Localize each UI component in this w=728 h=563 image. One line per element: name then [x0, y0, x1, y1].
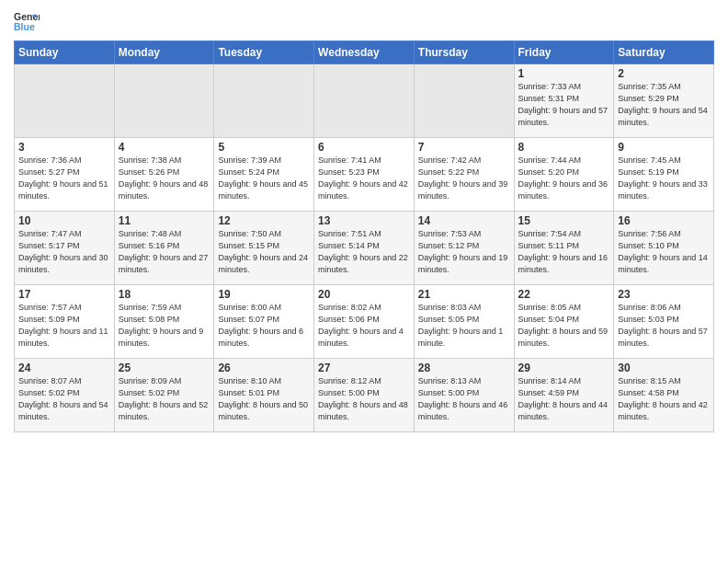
day-info: Sunrise: 7:56 AMSunset: 5:10 PMDaylight:… — [618, 228, 710, 276]
day-number: 9 — [618, 141, 710, 154]
day-cell: 10Sunrise: 7:47 AMSunset: 5:17 PMDayligh… — [15, 212, 115, 285]
day-cell: 29Sunrise: 8:14 AMSunset: 4:59 PMDayligh… — [514, 359, 614, 432]
day-number: 17 — [18, 288, 110, 301]
day-info: Sunrise: 7:33 AMSunset: 5:31 PMDaylight:… — [518, 81, 610, 129]
day-cell: 23Sunrise: 8:06 AMSunset: 5:03 PMDayligh… — [614, 285, 714, 359]
day-cell: 4Sunrise: 7:38 AMSunset: 5:26 PMDaylight… — [114, 138, 214, 212]
day-cell: 28Sunrise: 8:13 AMSunset: 5:00 PMDayligh… — [414, 359, 514, 432]
day-cell: 14Sunrise: 7:53 AMSunset: 5:12 PMDayligh… — [414, 212, 514, 285]
day-info: Sunrise: 7:39 AMSunset: 5:24 PMDaylight:… — [218, 155, 310, 202]
day-info: Sunrise: 7:35 AMSunset: 5:29 PMDaylight:… — [618, 81, 710, 129]
day-info: Sunrise: 7:41 AMSunset: 5:23 PMDaylight:… — [318, 155, 410, 202]
day-info: Sunrise: 8:06 AMSunset: 5:03 PMDaylight:… — [618, 302, 710, 350]
day-number: 26 — [218, 362, 310, 374]
day-number: 15 — [518, 214, 610, 227]
day-cell: 13Sunrise: 7:51 AMSunset: 5:14 PMDayligh… — [314, 212, 415, 285]
day-cell: 27Sunrise: 8:12 AMSunset: 5:00 PMDayligh… — [314, 359, 415, 432]
day-cell: 20Sunrise: 8:02 AMSunset: 5:06 PMDayligh… — [314, 285, 415, 359]
day-cell: 8Sunrise: 7:44 AMSunset: 5:20 PMDaylight… — [514, 138, 614, 212]
day-info: Sunrise: 7:44 AMSunset: 5:20 PMDaylight:… — [518, 155, 610, 202]
day-cell: 25Sunrise: 8:09 AMSunset: 5:02 PMDayligh… — [114, 359, 214, 432]
day-info: Sunrise: 8:09 AMSunset: 5:02 PMDaylight:… — [119, 375, 210, 423]
logo-icon: General Blue — [14, 9, 40, 35]
calendar: SundayMondayTuesdayWednesdayThursdayFrid… — [14, 40, 714, 432]
day-cell: 17Sunrise: 7:57 AMSunset: 5:09 PMDayligh… — [15, 285, 115, 359]
day-number: 3 — [18, 141, 110, 154]
day-number: 12 — [218, 214, 310, 227]
day-cell — [114, 64, 214, 138]
day-info: Sunrise: 7:53 AMSunset: 5:12 PMDaylight:… — [418, 228, 510, 276]
day-info: Sunrise: 8:05 AMSunset: 5:04 PMDaylight:… — [518, 302, 610, 350]
day-cell: 7Sunrise: 7:42 AMSunset: 5:22 PMDaylight… — [414, 138, 514, 212]
day-number: 6 — [318, 141, 410, 154]
day-info: Sunrise: 7:50 AMSunset: 5:15 PMDaylight:… — [218, 228, 310, 276]
day-number: 19 — [218, 288, 310, 301]
day-cell — [314, 64, 415, 138]
day-cell: 24Sunrise: 8:07 AMSunset: 5:02 PMDayligh… — [15, 359, 115, 432]
day-info: Sunrise: 7:51 AMSunset: 5:14 PMDaylight:… — [318, 228, 410, 276]
weekday-header-monday: Monday — [114, 41, 214, 64]
day-cell: 6Sunrise: 7:41 AMSunset: 5:23 PMDaylight… — [314, 138, 415, 212]
day-info: Sunrise: 8:02 AMSunset: 5:06 PMDaylight:… — [318, 302, 410, 350]
day-cell: 19Sunrise: 8:00 AMSunset: 5:07 PMDayligh… — [214, 285, 314, 359]
day-number: 28 — [418, 362, 510, 374]
week-row-5: 24Sunrise: 8:07 AMSunset: 5:02 PMDayligh… — [15, 359, 714, 432]
day-number: 29 — [518, 362, 610, 374]
day-cell — [15, 64, 115, 138]
day-number: 7 — [418, 141, 510, 154]
day-info: Sunrise: 7:59 AMSunset: 5:08 PMDaylight:… — [119, 302, 210, 350]
day-number: 5 — [218, 141, 310, 154]
day-info: Sunrise: 7:42 AMSunset: 5:22 PMDaylight:… — [418, 155, 510, 202]
day-cell: 11Sunrise: 7:48 AMSunset: 5:16 PMDayligh… — [114, 212, 214, 285]
day-info: Sunrise: 8:03 AMSunset: 5:05 PMDaylight:… — [418, 302, 510, 350]
day-number: 21 — [418, 288, 510, 301]
day-info: Sunrise: 8:14 AMSunset: 4:59 PMDaylight:… — [518, 375, 610, 423]
day-info: Sunrise: 7:57 AMSunset: 5:09 PMDaylight:… — [18, 302, 110, 350]
day-cell: 9Sunrise: 7:45 AMSunset: 5:19 PMDaylight… — [614, 138, 714, 212]
weekday-header-friday: Friday — [514, 41, 614, 64]
day-number: 24 — [18, 362, 110, 374]
day-info: Sunrise: 8:15 AMSunset: 4:58 PMDaylight:… — [618, 375, 710, 423]
day-number: 27 — [318, 362, 410, 374]
day-info: Sunrise: 7:48 AMSunset: 5:16 PMDaylight:… — [119, 228, 210, 276]
week-row-3: 10Sunrise: 7:47 AMSunset: 5:17 PMDayligh… — [15, 212, 714, 285]
svg-text:Blue: Blue — [14, 21, 35, 32]
week-row-4: 17Sunrise: 7:57 AMSunset: 5:09 PMDayligh… — [15, 285, 714, 359]
day-number: 8 — [518, 141, 610, 154]
day-cell: 1Sunrise: 7:33 AMSunset: 5:31 PMDaylight… — [514, 64, 614, 138]
day-cell: 30Sunrise: 8:15 AMSunset: 4:58 PMDayligh… — [614, 359, 714, 432]
weekday-header-tuesday: Tuesday — [214, 41, 314, 64]
day-cell: 16Sunrise: 7:56 AMSunset: 5:10 PMDayligh… — [614, 212, 714, 285]
day-number: 10 — [18, 214, 110, 227]
day-cell: 2Sunrise: 7:35 AMSunset: 5:29 PMDaylight… — [614, 64, 714, 138]
day-info: Sunrise: 8:07 AMSunset: 5:02 PMDaylight:… — [18, 375, 110, 423]
day-number: 11 — [119, 214, 210, 227]
day-number: 1 — [518, 67, 610, 80]
day-info: Sunrise: 8:13 AMSunset: 5:00 PMDaylight:… — [418, 375, 510, 423]
day-cell — [414, 64, 514, 138]
logo: General Blue — [14, 9, 40, 35]
weekday-header-wednesday: Wednesday — [314, 41, 415, 64]
day-number: 30 — [618, 362, 710, 374]
day-info: Sunrise: 7:36 AMSunset: 5:27 PMDaylight:… — [18, 155, 110, 202]
weekday-header-row: SundayMondayTuesdayWednesdayThursdayFrid… — [15, 41, 714, 64]
day-number: 2 — [618, 67, 710, 80]
week-row-1: 1Sunrise: 7:33 AMSunset: 5:31 PMDaylight… — [15, 64, 714, 138]
weekday-header-saturday: Saturday — [614, 41, 714, 64]
day-info: Sunrise: 7:47 AMSunset: 5:17 PMDaylight:… — [18, 228, 110, 276]
day-number: 14 — [418, 214, 510, 227]
day-number: 16 — [618, 214, 710, 227]
day-cell: 3Sunrise: 7:36 AMSunset: 5:27 PMDaylight… — [15, 138, 115, 212]
day-info: Sunrise: 7:54 AMSunset: 5:11 PMDaylight:… — [518, 228, 610, 276]
day-number: 13 — [318, 214, 410, 227]
week-row-2: 3Sunrise: 7:36 AMSunset: 5:27 PMDaylight… — [15, 138, 714, 212]
day-number: 18 — [119, 288, 210, 301]
day-info: Sunrise: 8:10 AMSunset: 5:01 PMDaylight:… — [218, 375, 310, 423]
day-info: Sunrise: 7:38 AMSunset: 5:26 PMDaylight:… — [119, 155, 210, 202]
day-number: 22 — [518, 288, 610, 301]
day-info: Sunrise: 8:12 AMSunset: 5:00 PMDaylight:… — [318, 375, 410, 423]
day-info: Sunrise: 7:45 AMSunset: 5:19 PMDaylight:… — [618, 155, 710, 202]
day-cell: 12Sunrise: 7:50 AMSunset: 5:15 PMDayligh… — [214, 212, 314, 285]
day-number: 23 — [618, 288, 710, 301]
weekday-header-sunday: Sunday — [15, 41, 115, 64]
